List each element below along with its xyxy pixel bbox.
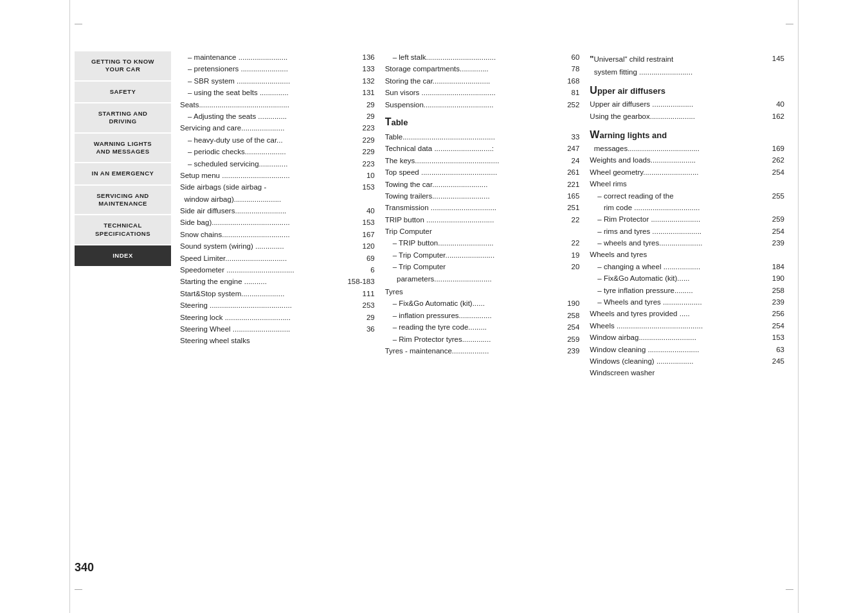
- list-item: Top speed ..............................…: [385, 166, 580, 178]
- entry-text: – Trip Computer........................: [385, 249, 559, 261]
- entry-page: 29: [354, 99, 375, 111]
- entry-page: 223: [354, 158, 375, 170]
- entry-text: Wheels and tyres: [590, 249, 764, 260]
- sidebar-item-getting-to-know[interactable]: GETTING TO KNOW YOUR CAR: [75, 51, 171, 80]
- entry-page: 190: [764, 272, 784, 284]
- list-item: Sound system (wiring) .............. 120: [180, 240, 375, 252]
- column-3: "Universal" child restraint system fitti…: [584, 51, 784, 379]
- entry-text: Servicing and care.....................: [180, 122, 354, 134]
- entry-page: 167: [354, 229, 375, 240]
- entry-page: 158-183: [347, 276, 374, 287]
- entry-page: 168: [559, 75, 579, 87]
- list-item: Storing the car.........................…: [385, 75, 580, 87]
- sidebar-item-emergency[interactable]: IN AN EMERGENCY: [75, 163, 171, 184]
- sidebar-item-starting-driving[interactable]: STARTING AND DRIVING: [75, 103, 171, 132]
- entry-page: 223: [354, 122, 375, 134]
- entry-text: Snow chains.............................…: [180, 229, 354, 240]
- entry-page: 162: [764, 111, 784, 122]
- list-item: – correct reading of the rim code ......…: [590, 190, 784, 214]
- list-item: – changing a wheel .................. 18…: [590, 261, 784, 272]
- entry-text: – SBR system ..........................: [180, 75, 354, 87]
- list-item: Starting the engine ........... 158-183: [180, 276, 375, 287]
- list-item: Steering Wheel .........................…: [180, 323, 375, 335]
- list-item: Weights and loads...................... …: [590, 154, 784, 166]
- list-item: – Rim Protector ........................…: [590, 213, 784, 225]
- entry-text: Technical data .........................…: [385, 143, 559, 154]
- list-item: Steering lock ..........................…: [180, 312, 375, 323]
- entry-page: 132: [354, 75, 375, 87]
- entry-text: Windows (cleaning) ..................: [590, 355, 764, 367]
- list-item: – Adjusting the seats .............. 29: [180, 111, 375, 122]
- sidebar: GETTING TO KNOW YOUR CAR SAFETY STARTING…: [75, 51, 171, 266]
- entry-text: Starting the engine ...........: [180, 276, 347, 287]
- list-item: Start&Stop system..................... 1…: [180, 288, 375, 299]
- entry-page: 239: [764, 237, 784, 249]
- entry-page: 136: [354, 51, 375, 63]
- entry-text: Wheels .................................…: [590, 320, 764, 332]
- entry-text: Side air diffusers......................…: [180, 205, 354, 217]
- entry-text: – scheduled servicing..............: [180, 158, 354, 170]
- entry-text: – left stalk............................…: [385, 51, 559, 63]
- entry-text: – reading the tyre code.........: [385, 321, 559, 333]
- entry-text: Upper air diffusers ....................: [590, 98, 764, 110]
- sidebar-item-warning-lights[interactable]: WARNING LIGHTS AND MESSAGES: [75, 134, 171, 163]
- sidebar-item-servicing[interactable]: SERVICING AND MAINTENANCE: [75, 186, 171, 215]
- entry-page: 19: [559, 249, 579, 261]
- list-item: Steering ...............................…: [180, 299, 375, 311]
- list-item: Table...................................…: [385, 131, 580, 143]
- section-heading-u: Upper air diffusers: [590, 83, 784, 98]
- entry-page: 258: [764, 285, 784, 296]
- entry-text: Steering lock ..........................…: [180, 312, 354, 323]
- entry-page: [559, 286, 579, 298]
- entry-text: – wheels and tyres.....................: [590, 237, 764, 249]
- entry-page: 120: [354, 240, 375, 252]
- sidebar-item-technical[interactable]: TECHNICAL SPECIFICATIONS: [75, 215, 171, 244]
- section-heading-t: Table: [385, 114, 580, 130]
- list-item: Towing trailers.........................…: [385, 190, 580, 202]
- entry-text: The keys................................…: [385, 155, 559, 166]
- entry-page: 184: [764, 261, 784, 272]
- list-item: – tyre inflation pressure......... 258: [590, 285, 784, 296]
- entry-page: 78: [559, 63, 579, 75]
- entry-text: Transmission ...........................…: [385, 202, 559, 213]
- entry-text: – Rim Protector tyres..............: [385, 333, 559, 345]
- list-item: – reading the tyre code......... 254: [385, 321, 580, 333]
- heading-letter: T: [385, 116, 392, 127]
- entry-page: 40: [764, 98, 784, 110]
- list-item: – periodic checks.................... 22…: [180, 146, 375, 157]
- entry-page: 24: [559, 155, 579, 166]
- entry-page: 111: [354, 288, 375, 299]
- entry-text: – Fix&Go Automatic (kit)......: [590, 272, 764, 284]
- list-item: Tyres - maintenance.................. 23…: [385, 345, 580, 357]
- border-right: [798, 0, 799, 613]
- entry-page: 29: [354, 111, 375, 122]
- list-item: Storage compartments.............. 78: [385, 63, 580, 75]
- entry-text: – rims and tyres .......................…: [590, 226, 764, 237]
- entry-page: 40: [354, 205, 375, 217]
- entry-page: [354, 335, 375, 346]
- list-item: Wheels and tyres provided ..... 256: [590, 308, 784, 319]
- entry-text: Steering Wheel .........................…: [180, 323, 354, 335]
- entry-text: – using the seat belts ..............: [180, 87, 354, 98]
- entry-text: – pretensioners .......................: [180, 63, 354, 75]
- list-item: – heavy-duty use of the car... 229: [180, 134, 375, 146]
- list-item: Upper air diffusers ....................…: [590, 98, 784, 110]
- entry-text: Top speed ..............................…: [385, 166, 559, 178]
- entry-page: 145: [764, 53, 784, 78]
- entry-page: 256: [764, 308, 784, 319]
- list-item: – pretensioners ....................... …: [180, 63, 375, 75]
- heading-letter-w: W: [590, 129, 599, 140]
- list-item: Speedometer ............................…: [180, 264, 375, 276]
- list-item: Snow chains.............................…: [180, 229, 375, 240]
- entry-text: – heavy-duty use of the car...: [180, 134, 354, 146]
- sidebar-item-safety[interactable]: SAFETY: [75, 82, 171, 102]
- list-item: Tyres: [385, 286, 580, 298]
- sidebar-item-index[interactable]: INDEX: [75, 245, 171, 266]
- entry-page: 251: [559, 202, 579, 213]
- column-2: – left stalk............................…: [380, 51, 585, 379]
- entry-page: 169: [764, 143, 784, 154]
- entry-page: [559, 226, 579, 237]
- entry-text: – Rim Protector ........................: [590, 213, 764, 225]
- heading-letter-u: U: [590, 85, 597, 96]
- entry-text: – TRIP button...........................: [385, 237, 559, 249]
